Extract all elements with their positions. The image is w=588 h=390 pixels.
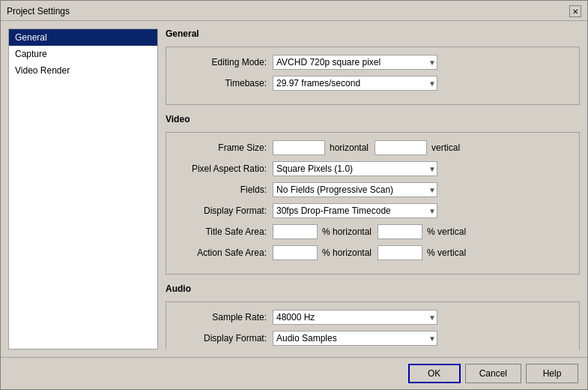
sidebar-item-general[interactable]: General	[9, 29, 157, 46]
general-section-title: General	[166, 28, 580, 40]
frame-height-input[interactable]: 720	[375, 140, 427, 155]
audio-section: Audio Sample Rate: 48000 Hz ▼	[166, 284, 580, 350]
fields-label: Fields:	[175, 184, 273, 195]
horizontal-label: horizontal	[330, 142, 369, 153]
general-section-box: Editing Mode: AVCHD 720p square pixel ▼ …	[166, 46, 580, 105]
ok-button[interactable]: OK	[408, 364, 461, 383]
video-display-format-dropdown-wrapper: 30fps Drop-Frame Timecode ▼	[273, 203, 437, 218]
main-content: General Editing Mode: AVCHD 720p square …	[166, 28, 580, 350]
action-safe-row: Action Safe Area: 10 % horizontal 10 % v…	[175, 245, 570, 260]
sample-rate-row: Sample Rate: 48000 Hz ▼	[175, 310, 570, 325]
dialog-title: Project Settings	[7, 6, 70, 16]
fields-dropdown-wrapper: No Fields (Progressive Scan) ▼	[273, 182, 437, 197]
title-safe-label: Title Safe Area:	[175, 226, 273, 237]
general-section: General Editing Mode: AVCHD 720p square …	[166, 28, 580, 105]
project-settings-dialog: Project Settings ✕ General Capture Video…	[0, 0, 588, 390]
video-section-box: Frame Size: 1280 horizontal 720 vertical…	[166, 132, 580, 274]
sample-rate-dropdown-wrapper: 48000 Hz ▼	[273, 310, 437, 325]
dialog-body: General Capture Video Render General Edi…	[1, 21, 587, 357]
action-safe-label: Action Safe Area:	[175, 248, 273, 258]
action-safe-h-input[interactable]: 10	[273, 245, 318, 260]
title-bar: Project Settings ✕	[1, 1, 587, 21]
audio-section-title: Audio	[166, 284, 580, 296]
frame-size-label: Frame Size:	[175, 142, 273, 153]
help-button[interactable]: Help	[526, 364, 578, 383]
dialog-footer: OK Cancel Help	[1, 357, 587, 389]
video-display-format-label: Display Format:	[175, 206, 273, 216]
video-display-format-row: Display Format: 30fps Drop-Frame Timecod…	[175, 203, 570, 218]
fields-select[interactable]: No Fields (Progressive Scan)	[273, 182, 437, 197]
action-safe-pct-h-label: % horizontal	[322, 248, 372, 258]
sidebar: General Capture Video Render	[8, 28, 158, 350]
editing-mode-dropdown-wrapper: AVCHD 720p square pixel ▼	[273, 55, 437, 70]
video-display-format-select[interactable]: 30fps Drop-Frame Timecode	[273, 203, 437, 218]
video-section-title: Video	[166, 114, 580, 126]
sample-rate-label: Sample Rate:	[175, 312, 273, 322]
action-safe-pct-v-label: % vertical	[427, 248, 466, 258]
audio-display-format-select[interactable]: Audio Samples	[273, 331, 437, 346]
frame-size-row: Frame Size: 1280 horizontal 720 vertical	[175, 140, 570, 155]
editing-mode-row: Editing Mode: AVCHD 720p square pixel ▼	[175, 55, 570, 70]
title-safe-row: Title Safe Area: 20 % horizontal 20 % ve…	[175, 224, 570, 239]
audio-display-format-dropdown-wrapper: Audio Samples ▼	[273, 331, 437, 346]
action-safe-v-input[interactable]: 10	[378, 245, 422, 260]
pixel-aspect-label: Pixel Aspect Ratio:	[175, 164, 273, 174]
timebase-dropdown-wrapper: 29.97 frames/second ▼	[273, 76, 437, 91]
vertical-label: vertical	[431, 142, 460, 153]
editing-mode-label: Editing Mode:	[175, 57, 273, 68]
title-safe-v-input[interactable]: 20	[378, 224, 422, 239]
video-section: Video Frame Size: 1280 horizontal 720 ve…	[166, 114, 580, 274]
audio-display-format-row: Display Format: Audio Samples ▼	[175, 331, 570, 346]
audio-section-box: Sample Rate: 48000 Hz ▼ Display Format:	[166, 302, 580, 350]
timebase-row: Timebase: 29.97 frames/second ▼	[175, 76, 570, 91]
cancel-button[interactable]: Cancel	[465, 364, 521, 383]
timebase-select[interactable]: 29.97 frames/second	[273, 76, 437, 91]
title-safe-pct-h-label: % horizontal	[322, 226, 372, 237]
editing-mode-select[interactable]: AVCHD 720p square pixel	[273, 55, 437, 70]
pixel-aspect-select[interactable]: Square Pixels (1.0)	[273, 161, 437, 176]
timebase-label: Timebase:	[175, 78, 273, 88]
title-safe-pct-v-label: % vertical	[427, 226, 466, 237]
sidebar-item-capture[interactable]: Capture	[9, 46, 157, 62]
pixel-aspect-row: Pixel Aspect Ratio: Square Pixels (1.0) …	[175, 161, 570, 176]
frame-width-input[interactable]: 1280	[273, 140, 325, 155]
close-button[interactable]: ✕	[569, 5, 581, 17]
sample-rate-select[interactable]: 48000 Hz	[273, 310, 437, 325]
pixel-aspect-dropdown-wrapper: Square Pixels (1.0) ▼	[273, 161, 437, 176]
sidebar-item-video-render[interactable]: Video Render	[9, 62, 157, 79]
title-safe-h-input[interactable]: 20	[273, 224, 318, 239]
fields-row: Fields: No Fields (Progressive Scan) ▼	[175, 182, 570, 197]
audio-display-format-label: Display Format:	[175, 333, 273, 344]
